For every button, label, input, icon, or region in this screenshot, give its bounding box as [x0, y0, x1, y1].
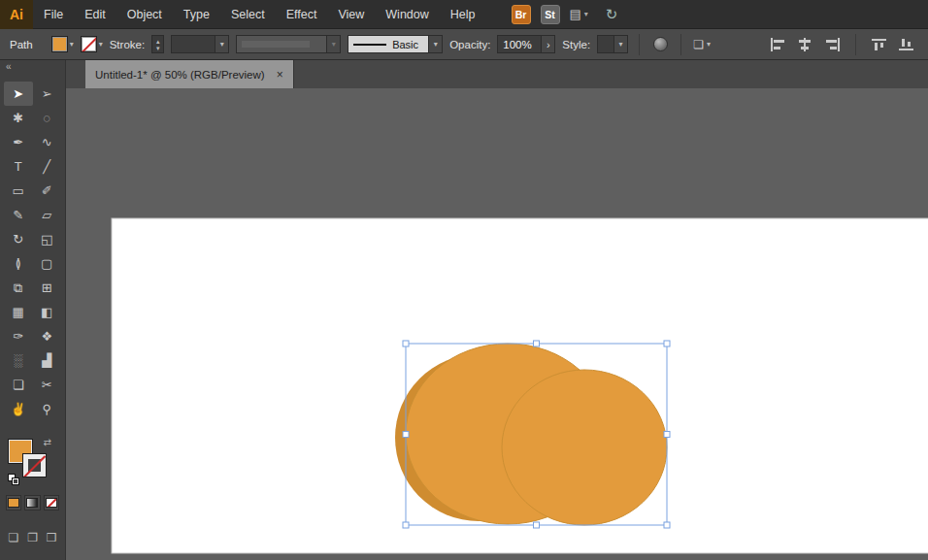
- menu-item-edit[interactable]: Edit: [74, 0, 116, 29]
- symbol-sprayer-tool[interactable]: ░: [4, 348, 33, 373]
- gradient-tool-icon: ◧: [41, 305, 52, 319]
- paintbrush-tool[interactable]: ✐: [33, 179, 62, 203]
- brush-definition-select[interactable]: Basic ▾: [348, 35, 443, 53]
- type-tool[interactable]: T: [4, 154, 33, 179]
- opacity-control[interactable]: 100% ›: [497, 35, 555, 53]
- divider: [680, 34, 681, 55]
- selection-handle[interactable]: [534, 522, 540, 528]
- opacity-input[interactable]: 100%: [498, 36, 541, 52]
- stroke-none-swatch[interactable]: [81, 36, 97, 52]
- horizontal-align-center-button[interactable]: [797, 38, 813, 51]
- shape-builder-tool[interactable]: ⧉: [4, 276, 33, 300]
- close-icon[interactable]: ×: [277, 68, 283, 82]
- artboard-tool[interactable]: ❏: [4, 373, 33, 397]
- menu-item-type[interactable]: Type: [173, 0, 220, 29]
- menu-item-file[interactable]: File: [33, 0, 74, 29]
- mesh-tool[interactable]: ▦: [4, 300, 33, 324]
- selection-handle[interactable]: [403, 522, 409, 528]
- rectangle-tool-icon: ▭: [13, 183, 24, 198]
- stock-button[interactable]: St: [541, 5, 560, 24]
- vertical-align-top-button[interactable]: [871, 38, 887, 51]
- selected-blob-shape-right[interactable]: [502, 370, 667, 525]
- horizontal-align-right-button[interactable]: [824, 38, 841, 51]
- selection-handle[interactable]: [664, 432, 670, 438]
- bridge-button[interactable]: Br: [512, 5, 531, 24]
- selection-tool[interactable]: ➤: [4, 82, 33, 106]
- opacity-label[interactable]: Opacity:: [449, 39, 490, 50]
- stroke-color-control[interactable]: ▾: [81, 36, 103, 52]
- selection-handle[interactable]: [534, 341, 540, 346]
- stepper-up-icon[interactable]: ▴: [156, 38, 160, 45]
- free-transform-tool-icon: ▢: [41, 256, 52, 271]
- scale-tool[interactable]: ◱: [33, 227, 62, 251]
- arrange-options-button[interactable]: ❏ ▾: [692, 34, 712, 55]
- direct-selection-tool-icon: ➢: [42, 86, 52, 101]
- lasso-tool[interactable]: ◌: [33, 106, 62, 130]
- graphic-style-value[interactable]: [598, 36, 613, 52]
- line-segment-tool[interactable]: ╱: [33, 154, 62, 179]
- selection-handle[interactable]: [664, 341, 670, 346]
- fill-color-swatch[interactable]: [51, 36, 68, 52]
- selection-handle[interactable]: [664, 522, 670, 528]
- menu-item-select[interactable]: Select: [220, 0, 276, 29]
- perspective-grid-tool[interactable]: ⊞: [33, 276, 62, 300]
- color-button[interactable]: [6, 495, 21, 511]
- menu-item-view[interactable]: View: [327, 0, 375, 29]
- stepper-down-icon[interactable]: ▾: [156, 45, 160, 51]
- document-icon: ❏: [693, 38, 704, 51]
- sync-status-icon[interactable]: ↻: [606, 6, 618, 23]
- width-tool[interactable]: ≬: [4, 251, 33, 276]
- stroke-weight-value[interactable]: [172, 36, 215, 52]
- menu-item-window[interactable]: Window: [375, 0, 439, 29]
- tools-panel: « ➤➢✱◌✒∿T╱▭✐✎▱↻◱≬▢⧉⊞▦◧✑❖░▟❏✂✌⚲ ⇄ ❏❐❒: [0, 60, 66, 560]
- recolor-artwork-button[interactable]: [650, 34, 670, 55]
- hand-tool[interactable]: ✌: [4, 397, 33, 421]
- default-fill-stroke-icon[interactable]: [8, 474, 19, 485]
- gradient-button[interactable]: [24, 495, 40, 511]
- opacity-dropdown-button[interactable]: ›: [541, 36, 554, 52]
- draw-normal-mode-button[interactable]: ❏: [6, 530, 21, 545]
- curvature-tool[interactable]: ∿: [33, 130, 62, 154]
- horizontal-align-left-button[interactable]: [770, 38, 786, 51]
- selection-handle[interactable]: [403, 432, 409, 438]
- stroke-swatch[interactable]: [22, 453, 47, 478]
- canvas-area[interactable]: [66, 88, 928, 560]
- swap-fill-stroke-icon[interactable]: ⇄: [44, 437, 51, 447]
- stroke-weight-label[interactable]: Stroke:: [110, 39, 145, 50]
- zoom-tool[interactable]: ⚲: [33, 397, 62, 421]
- magic-wand-tool[interactable]: ✱: [4, 106, 33, 130]
- style-label[interactable]: Style:: [562, 39, 590, 50]
- shaper-tool[interactable]: ✎: [4, 203, 33, 227]
- none-slash-icon: [81, 37, 97, 52]
- stroke-weight-select[interactable]: ▾: [171, 35, 229, 53]
- slice-tool[interactable]: ✂: [33, 373, 62, 397]
- symbol-sprayer-tool-icon: ░: [14, 353, 22, 368]
- column-graph-tool[interactable]: ▟: [33, 348, 62, 373]
- fill-color-control[interactable]: ▾: [51, 36, 74, 52]
- menu-item-help[interactable]: Help: [440, 0, 486, 29]
- width-tool-icon: ≬: [16, 256, 21, 271]
- none-button[interactable]: [44, 495, 59, 511]
- menu-item-object[interactable]: Object: [116, 0, 173, 29]
- draw-behind-mode-button[interactable]: ❐: [25, 530, 41, 545]
- eraser-tool[interactable]: ▱: [33, 203, 62, 227]
- eyedropper-tool-icon: ✑: [13, 329, 23, 344]
- eyedropper-tool[interactable]: ✑: [4, 324, 33, 348]
- draw-inside-mode-button[interactable]: ❒: [44, 530, 59, 545]
- direct-selection-tool[interactable]: ➢: [33, 82, 62, 106]
- rectangle-tool[interactable]: ▭: [4, 179, 33, 203]
- stroke-weight-stepper[interactable]: ▴ ▾: [151, 35, 164, 53]
- document-tab[interactable]: Untitled-1* @ 50% (RGB/Preview) ×: [85, 60, 294, 88]
- collapse-panel-button[interactable]: «: [6, 61, 12, 72]
- document-tab-bar: Untitled-1* @ 50% (RGB/Preview) ×: [66, 60, 928, 88]
- gradient-tool[interactable]: ◧: [33, 300, 62, 324]
- selection-handle[interactable]: [403, 341, 409, 346]
- graphic-style-select[interactable]: ▾: [597, 35, 628, 53]
- blend-tool[interactable]: ❖: [33, 324, 62, 348]
- workspace-switcher-button[interactable]: ▤ ▾: [570, 7, 588, 21]
- vertical-align-bottom-button[interactable]: [898, 38, 914, 51]
- free-transform-tool[interactable]: ▢: [33, 251, 62, 276]
- pen-tool[interactable]: ✒: [4, 130, 33, 154]
- rotate-tool[interactable]: ↻: [4, 227, 33, 251]
- menu-item-effect[interactable]: Effect: [276, 0, 328, 29]
